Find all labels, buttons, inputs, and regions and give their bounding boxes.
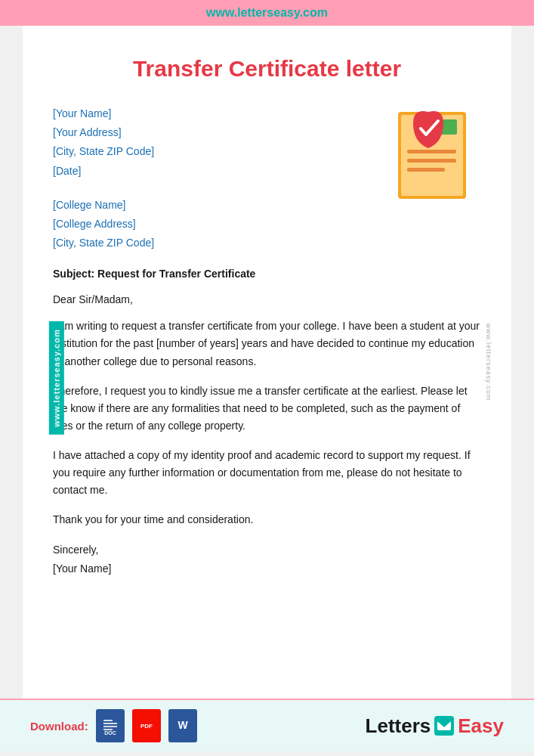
svg-rect-3 xyxy=(407,159,456,163)
salutation: Dear Sir/Madam, xyxy=(53,293,481,305)
body-paragraph-2: Therefore, I request you to kindly issue… xyxy=(53,383,481,435)
brand-logo[interactable]: Letters Easy xyxy=(366,714,504,738)
download-word-button[interactable]: W xyxy=(168,709,197,742)
svg-text:W: W xyxy=(177,719,188,731)
download-section: Download: DOC PDF W xyxy=(30,709,197,742)
brand-icon xyxy=(434,716,454,736)
side-label-right: www.letterseasy.com xyxy=(486,324,493,401)
download-label: Download: xyxy=(30,720,88,733)
college-city: [City, State ZIP Code] xyxy=(53,234,481,253)
website-url[interactable]: www.letterseasy.com xyxy=(206,6,328,19)
certificate-illustration xyxy=(368,104,481,203)
svg-rect-7 xyxy=(103,720,113,721)
main-content: www.letterseasy.com Transfer Certificate… xyxy=(23,26,511,699)
body-paragraph-3: I have attached a copy of my identity pr… xyxy=(53,447,481,499)
svg-rect-8 xyxy=(103,723,117,724)
body-paragraph-1: I am writing to request a transfer certi… xyxy=(53,318,481,370)
svg-rect-2 xyxy=(407,150,456,153)
download-pdf-button[interactable]: PDF xyxy=(132,709,161,742)
footer-bar: Download: DOC PDF W xyxy=(0,699,534,751)
brand-text-letters: Letters xyxy=(366,714,431,738)
closing-word: Sincerely, xyxy=(53,541,481,559)
download-doc-button[interactable]: DOC xyxy=(96,709,125,742)
svg-text:PDF: PDF xyxy=(140,723,153,730)
letter-section: [Your Name] [Your Address] [City, State … xyxy=(53,104,481,579)
college-address: [College Address] xyxy=(53,215,481,234)
side-label-left: www.letterseasy.com xyxy=(49,321,64,435)
closing-name: [Your Name] xyxy=(53,559,481,578)
subject-line: Subject: Request for Transfer Certificat… xyxy=(53,268,481,280)
brand-text-easy: Easy xyxy=(458,714,504,738)
body-paragraph-4: Thank you for your time and consideratio… xyxy=(53,511,481,528)
svg-rect-4 xyxy=(407,168,445,172)
svg-text:DOC: DOC xyxy=(104,730,116,736)
header-bar: www.letterseasy.com xyxy=(0,0,534,26)
recipient-block: [College Name] [College Address] [City, … xyxy=(53,196,481,253)
page-title: Transfer Certificate letter xyxy=(53,56,481,82)
svg-rect-9 xyxy=(103,726,117,727)
closing-block: Sincerely, [Your Name] xyxy=(53,541,481,578)
